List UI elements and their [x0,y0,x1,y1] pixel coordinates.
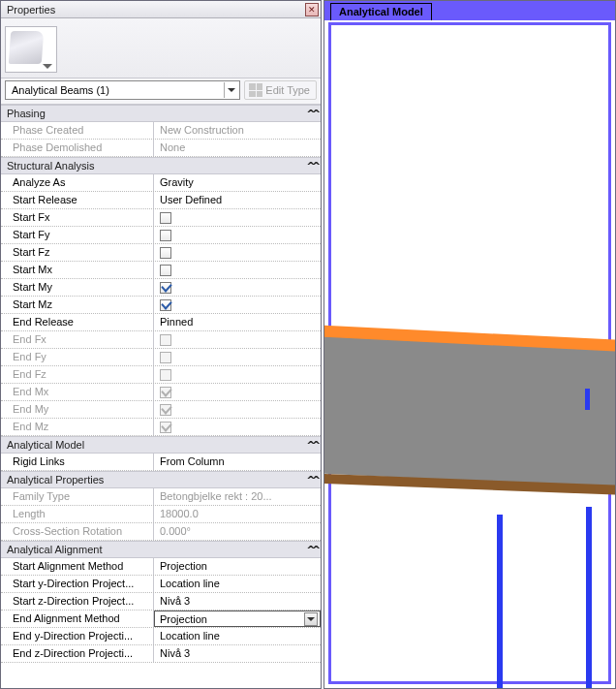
edit-type-label: Edit Type [265,84,310,96]
section-phasing[interactable]: Phasing ^^ [1,105,321,122]
row-start-my[interactable]: Start My [1,279,321,297]
row-start-mz[interactable]: Start Mz [1,297,321,314]
collapse-icon: ^^ [307,108,318,120]
checkbox[interactable] [160,230,171,241]
checkbox [160,404,171,416]
edit-type-button[interactable]: Edit Type [244,80,317,100]
section-analytical-model[interactable]: Analytical Model ^^ [1,436,321,454]
row-length: Length 18000.0 [1,506,321,523]
row-end-mx: End Mx [1,384,321,401]
type-select[interactable]: Analytical Beams (1) [5,80,240,100]
checkbox[interactable] [160,265,171,276]
collapse-icon: ^^ [307,474,318,486]
property-grid: Phasing ^^ Phase Created New Constructio… [1,105,321,688]
row-end-y-projection[interactable]: End y-Direction Projecti... Location lin… [1,628,321,645]
row-start-y-projection[interactable]: Start y-Direction Project... Location li… [1,576,321,593]
checkbox [160,369,171,381]
collapse-icon: ^^ [307,160,318,172]
type-select-value: Analytical Beams (1) [12,84,109,96]
row-start-release[interactable]: Start Release User Defined [1,192,321,209]
row-end-release[interactable]: End Release Pinned [1,314,321,331]
chevron-down-icon [307,617,315,621]
checkbox [160,334,171,346]
row-end-z-projection[interactable]: End z-Direction Projecti... Nivå 3 [1,645,321,663]
view-tabbar: Analytical Model [324,1,615,20]
collapse-icon: ^^ [307,439,318,452]
checkbox[interactable] [160,282,171,294]
checkbox[interactable] [160,299,171,311]
checkbox[interactable] [160,247,171,259]
type-thumbnail[interactable] [5,26,57,73]
close-button[interactable]: ✕ [305,3,319,16]
section-analytical-alignment[interactable]: Analytical Alignment ^^ [1,541,321,558]
row-start-fx[interactable]: Start Fx [1,209,321,227]
row-end-fy: End Fy [1,349,321,366]
row-end-fx: End Fx [1,331,321,349]
row-family-type: Family Type Betongbjelke rekt : 20... [1,488,321,506]
properties-panel: Properties ✕ Analytical Beams (1) Edit T… [0,0,322,689]
panel-titlebar: Properties ✕ [1,1,321,18]
row-end-fz: End Fz [1,366,321,384]
checkbox [160,352,171,363]
row-start-z-projection[interactable]: Start z-Direction Project... Nivå 3 [1,593,321,611]
chevron-down-icon [224,82,237,98]
row-end-alignment[interactable]: End Alignment Method Projection [1,611,321,628]
row-start-fz[interactable]: Start Fz [1,244,321,262]
chevron-down-icon [43,64,52,69]
row-phase-demolished: Phase Demolished None [1,140,321,157]
row-cs-rotation: Cross-Section Rotation 0.000° [1,523,321,541]
collapse-icon: ^^ [307,544,318,556]
row-start-mx[interactable]: Start Mx [1,262,321,279]
section-analytical-properties[interactable]: Analytical Properties ^^ [1,471,321,488]
view-tab-analytical-model[interactable]: Analytical Model [330,3,432,20]
panel-title: Properties [3,4,305,16]
type-preview-row [1,18,321,78]
type-selector-row: Analytical Beams (1) Edit Type [1,78,321,105]
row-rigid-links[interactable]: Rigid Links From Column [1,454,321,471]
model-pin [585,389,590,410]
row-end-mz: End Mz [1,419,321,436]
viewport-analytical-model[interactable]: Analytical Model [323,0,616,689]
model-slab [323,340,616,485]
row-end-my: End My [1,401,321,419]
section-structural-analysis[interactable]: Structural Analysis ^^ [1,157,321,174]
checkbox [160,387,171,398]
model-column [586,507,592,689]
row-analyze-as[interactable]: Analyze As Gravity [1,174,321,192]
model-column [497,515,503,689]
checkbox[interactable] [160,212,171,224]
checkbox [160,422,171,433]
edit-type-icon [249,83,262,97]
row-phase-created: Phase Created New Construction [1,122,321,140]
row-start-alignment[interactable]: Start Alignment Method Projection [1,558,321,576]
row-start-fy[interactable]: Start Fy [1,227,321,244]
dropdown-button[interactable] [304,612,318,626]
end-alignment-select[interactable]: Projection [154,611,321,627]
